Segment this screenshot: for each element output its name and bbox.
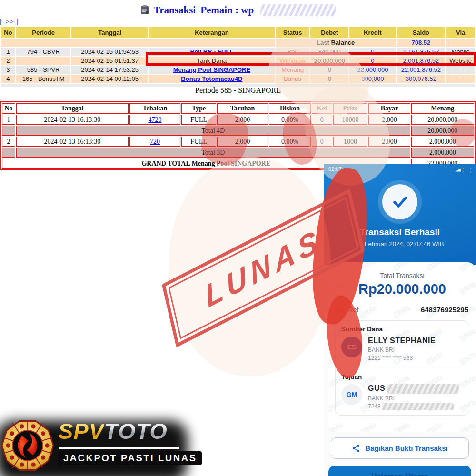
- last-balance-label: Last Balance: [276, 39, 396, 47]
- page: Transaksi Pemain : wp [ >> ] No Periode …: [0, 0, 476, 476]
- receipt-hero: 02:07 Transaksi Berhasil 15 Februari 202…: [324, 164, 476, 265]
- periode-caption: Periode 585 - SINGAPORE: [0, 86, 476, 95]
- tebakan-link[interactable]: 720: [150, 138, 160, 145]
- last-balance-value: 708.52: [397, 39, 446, 47]
- source-account-number: 1221 **** **** 563: [368, 355, 436, 361]
- blurred-destination-account: [382, 403, 454, 410]
- status-badge: Menang: [276, 66, 310, 74]
- site-logo: SPVTOTO JACKPOT PASTI LUNAS: [0, 416, 193, 476]
- total-3d-row: Total 3D 2,000,000: [2, 148, 474, 158]
- source-bank: BANK BRI: [368, 347, 436, 353]
- col-kredit: Kredit: [349, 27, 396, 38]
- total-3d-value: 2,000,000: [411, 148, 474, 158]
- col-saldo: Saldo: [397, 27, 446, 38]
- status-badge: Bonus: [276, 75, 310, 83]
- source-account-row: ES ELLY STEPHANIE BANK BRI 1221 **** ***…: [341, 337, 463, 361]
- logo-watermark-light: [169, 157, 331, 376]
- col-via: Via: [446, 27, 475, 38]
- success-title: Transaksi Berhasil: [324, 227, 476, 238]
- destination-bank: BANK BRI: [368, 395, 459, 402]
- page-header: Transaksi Pemain : wp: [0, 4, 476, 16]
- total-4d-value: 20,000,000: [411, 126, 474, 136]
- brand-name: SPVTOTO: [58, 420, 168, 442]
- lunas-stamp-text: LUNAS: [202, 223, 324, 312]
- blurred-destination-name: [387, 384, 459, 394]
- brand-tagline: JACKPOT PASTI LUNAS: [58, 451, 202, 465]
- phone-statusbar: 02:07: [324, 166, 476, 174]
- total-transaksi-value: Rp20.000.000: [328, 281, 476, 297]
- blurred-username: [260, 4, 336, 16]
- tebakan-link[interactable]: 4720: [149, 116, 162, 123]
- total-4d-row: Total 4D 20,000,000: [2, 126, 474, 136]
- keterangan-link[interactable]: Menang Pool SINGAPORE: [173, 66, 251, 73]
- withdraw-highlight-box: [146, 52, 476, 66]
- pagination-link[interactable]: [ >> ]: [0, 17, 19, 27]
- share-icon: [352, 444, 360, 453]
- brand-name-silver: TOTO: [104, 418, 168, 444]
- col-periode: Periode: [16, 27, 71, 38]
- ref-label: No. Ref: [336, 306, 358, 314]
- bets-table: No Tanggal Tebakan Type Taruhan Diskon K…: [0, 101, 476, 170]
- page-subtitle: Pemain : wp: [200, 4, 254, 16]
- receipt-card: ((BRI((BRI((BRI((BRI((BRI((BRI((BRI((BRI…: [328, 262, 476, 432]
- signal-icon: [455, 169, 461, 172]
- bets-header-row: No Tanggal Tebakan Type Taruhan Diskon K…: [2, 103, 474, 114]
- avatar: GM: [341, 384, 362, 405]
- brand-name-gold: SPV: [58, 418, 104, 444]
- destination-name: GUS: [368, 384, 459, 394]
- brand-divider: [59, 447, 179, 449]
- col-status: Status: [276, 27, 310, 38]
- accounts-box: Sumber Dana ES ELLY STEPHANIE BANK BRI 1…: [335, 320, 469, 416]
- destination-label: Tujuan: [341, 373, 463, 380]
- total-4d-label: Total 4D: [16, 126, 410, 136]
- total-transaksi-label: Total Transaksi: [328, 272, 476, 279]
- col-no: No: [1, 27, 15, 38]
- statusbar-time: 02:07: [328, 166, 342, 174]
- divider: [341, 367, 463, 367]
- bet-row: 2 2024-02-13 16:13:30 720 FULL 2,000 0.0…: [2, 137, 474, 147]
- destination-account-row: GM GUS BANK BRI 7248: [341, 384, 463, 410]
- success-datetime: 15 Februari 2024, 02:07:46 WIB: [324, 240, 476, 248]
- transactions-header-row: No Periode Tanggal Keterangan Status Deb…: [1, 27, 475, 38]
- success-check-icon: [382, 184, 417, 219]
- battery-icon: [463, 168, 471, 172]
- clipboard-icon: [140, 5, 149, 15]
- share-receipt-button[interactable]: Bagikan Bukti Transaksi: [331, 437, 469, 459]
- col-keterangan: Keterangan: [149, 27, 275, 38]
- table-row: 3 585 - SPVR 2024-02-14 17:53:25 Menang …: [1, 66, 475, 74]
- col-tanggal: Tanggal: [71, 27, 148, 38]
- avatar: ES: [341, 337, 362, 357]
- keterangan-link[interactable]: Bonus Totomacau4D: [181, 75, 242, 82]
- zodiac-wheel-icon: [1, 419, 54, 472]
- col-debet: Debet: [310, 27, 348, 38]
- last-balance-row: Last Balance 708.52: [1, 39, 475, 47]
- source-label: Sumber Dana: [341, 326, 463, 333]
- destination-account-number: 7248: [368, 403, 459, 410]
- home-button[interactable]: Halaman Utama: [328, 466, 471, 476]
- statusbar-icons: [455, 166, 471, 174]
- page-title: Transaksi: [154, 4, 196, 16]
- table-row: 4 165 - BonusTM 2024-02-14 00:12:05 Bonu…: [1, 75, 475, 83]
- ref-value: 648376925295: [421, 306, 468, 314]
- bank-receipt-screenshot: 02:07 Transaksi Berhasil 15 Februari 202…: [324, 164, 476, 476]
- bet-row: 1 2024-02-13 16:13:30 4720 FULL 2,000 0.…: [2, 115, 474, 125]
- source-name: ELLY STEPHANIE: [368, 337, 436, 345]
- total-3d-label: Total 3D: [16, 148, 410, 158]
